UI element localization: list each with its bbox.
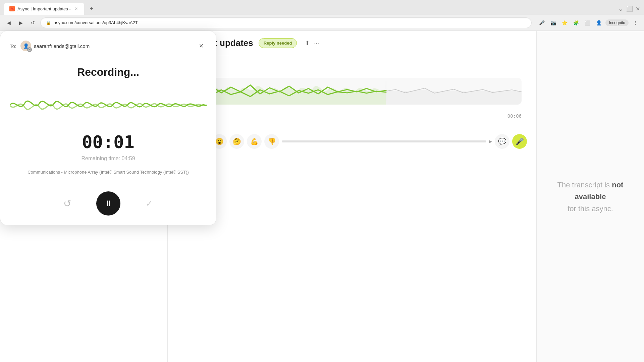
recording-title: Recording... (10, 66, 207, 78)
conversation-header: Important updates Reply needed ⬆ ··· (168, 31, 536, 55)
waveform-area (182, 78, 522, 105)
recording-timer: 00:01 (10, 132, 207, 152)
profile-icon[interactable]: 👤 (594, 18, 603, 27)
browser-chrome: 🔖 Async | Important updates - ✕ + ⌄ ⬜ ✕ … (0, 0, 644, 31)
recording-modal: To: 👤 @ saarahfriends@gtail.com × Record… (0, 31, 216, 225)
url-text: async.com/conversations/op3Ab4hjKvaA2T (54, 20, 526, 25)
more-options-icon[interactable]: ··· (314, 40, 319, 47)
modal-recipient: 👤 @ saarahfriends@gtail.com (20, 41, 90, 51)
tab-title: Async | Important updates - (17, 6, 71, 11)
window-controls: ⌄ ⬜ ✕ (618, 5, 640, 13)
mic-device-label: Communications - Microphone Array (Intel… (10, 170, 207, 175)
main-content: Important updates Reply needed ⬆ ··· is … (168, 31, 644, 362)
microphone-icon[interactable]: 🎤 (537, 18, 546, 27)
mic-reply-button[interactable]: 🎤 (512, 134, 527, 149)
reaction-expand-icon[interactable]: ▶ (489, 139, 492, 144)
browser-titlebar: 🔖 Async | Important updates - ✕ + ⌄ ⬜ ✕ (0, 0, 644, 15)
sidebar-toggle-icon[interactable]: ⬜ (583, 18, 592, 27)
recipient-at-icon: @ (27, 47, 32, 52)
back-button[interactable]: ◀ (4, 18, 13, 27)
message-meta: is 4min ago (177, 62, 527, 67)
reload-button[interactable]: ↺ (28, 18, 38, 27)
time-display: 00:06 (507, 113, 522, 119)
conversation-panel: Important updates Reply needed ⬆ ··· is … (168, 31, 537, 362)
checkmark-icon: ✓ (146, 198, 153, 209)
confirm-button[interactable]: ✓ (141, 195, 158, 212)
recipient-avatar: 👤 @ (20, 41, 31, 51)
waveform-svg (182, 78, 522, 105)
ssl-lock-icon: 🔒 (46, 20, 51, 25)
reply-meta: 4min ago · 00:00 ··· (177, 156, 527, 162)
remaining-time: Remaining time: 04:59 (10, 156, 207, 162)
address-bar[interactable]: 🔒 async.com/conversations/op3Ab4hjKvaA2T (40, 17, 532, 28)
transcript-line1: The transcript is (557, 181, 612, 189)
modal-waveform (10, 92, 207, 119)
window-close-icon[interactable]: ✕ (636, 6, 640, 12)
reply-message: 4min ago · 00:00 ··· (177, 156, 527, 162)
transcript-line2: for this async. (568, 204, 613, 213)
incognito-badge: Incognito (605, 19, 629, 26)
to-label: To: (10, 43, 16, 49)
new-tab-button[interactable]: + (87, 4, 96, 13)
restart-button[interactable]: ↺ (59, 195, 76, 212)
bookmark-icon[interactable]: ⭐ (560, 18, 569, 27)
window-minimize-icon[interactable]: ⌄ (618, 5, 624, 13)
emoji-thumbsdown[interactable]: 👎 (264, 134, 279, 149)
tab-favicon: 🔖 (9, 6, 15, 11)
recipient-email: saarahfriends@gtail.com (34, 43, 90, 49)
browser-menu-icon[interactable]: ⋮ (631, 18, 640, 27)
transcript-unavailable-text: The transcript is not available for this… (550, 179, 631, 215)
emoji-think[interactable]: 🤔 (229, 134, 244, 149)
pause-icon: ⏸ (104, 199, 112, 208)
modal-to-row: To: 👤 @ saarahfriends@gtail.com × (10, 41, 207, 51)
modal-controls: ↺ ⏸ ✓ (10, 191, 207, 216)
tab-close-button[interactable]: ✕ (73, 6, 79, 11)
forward-button[interactable]: ▶ (16, 18, 25, 27)
reply-needed-badge[interactable]: Reply needed (259, 38, 297, 48)
audio-controls: ▶ x1 00:06 (182, 109, 522, 123)
pause-button[interactable]: ⏸ (96, 191, 120, 216)
audio-player: ▶ x1 00:06 (177, 72, 527, 129)
share-icon[interactable]: ⬆ (305, 40, 310, 47)
browser-toolbar-icons: 🎤 📷 ⭐ 🧩 ⬜ 👤 Incognito ⋮ (537, 18, 640, 27)
browser-toolbar: ◀ ▶ ↺ 🔒 async.com/conversations/op3Ab4hj… (0, 15, 644, 31)
modal-waveform-svg (10, 92, 207, 119)
conversation-body: is 4min ago (168, 55, 536, 362)
emoji-muscle[interactable]: 💪 (247, 134, 262, 149)
restart-icon: ↺ (63, 198, 71, 209)
reaction-progress-bar (282, 140, 486, 142)
browser-tab-active[interactable]: 🔖 Async | Important updates - ✕ (4, 3, 84, 15)
modal-close-button[interactable]: × (196, 41, 207, 51)
extensions-icon[interactable]: 🧩 (571, 18, 581, 27)
transcript-panel: The transcript is not available for this… (537, 31, 644, 362)
comment-icon[interactable]: 💬 (495, 134, 509, 149)
camera-icon[interactable]: 📷 (548, 18, 558, 27)
window-maximize-icon[interactable]: ⬜ (626, 6, 633, 12)
header-action-icons: ⬆ ··· (305, 40, 319, 47)
reactions-row: 😂 👏 😮 🤔 💪 👎 ▶ 💬 🎤 (177, 134, 527, 149)
